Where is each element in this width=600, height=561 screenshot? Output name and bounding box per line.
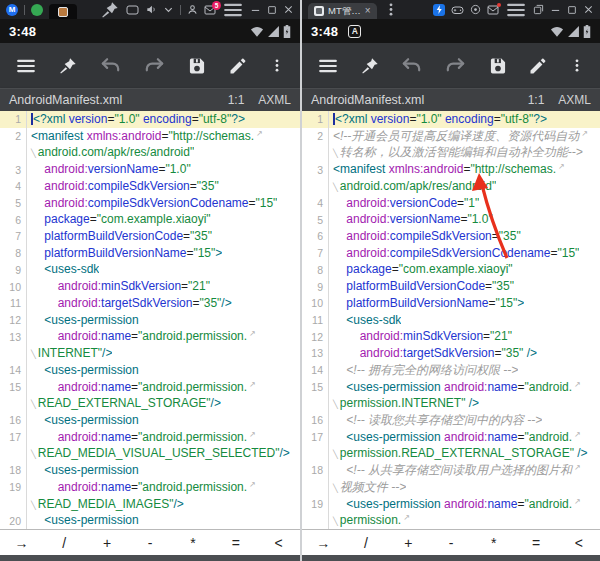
code-row[interactable]: 7 platformBuildVersionCode="35" <box>0 228 300 245</box>
code-row[interactable]: 4 android:versionCode="1" <box>302 195 600 212</box>
code-row[interactable]: 9 <uses-sdk <box>0 261 300 278</box>
code-row[interactable]: ╲转名称，以及激活智能编辑和自动补全功能--> <box>302 144 600 161</box>
symbol-key[interactable]: - <box>430 535 473 551</box>
code-row[interactable]: 18 <uses-permission <box>0 462 300 479</box>
code-row[interactable]: 15 android:name="android.permission.↗ <box>0 379 300 396</box>
minimize-icon[interactable] <box>250 4 261 15</box>
code-row[interactable]: ╲视频文件 --> <box>302 479 600 496</box>
code-row[interactable]: 17 <uses-permission android:name="androi… <box>302 429 600 446</box>
code-row[interactable]: 14 <uses-permission <box>0 362 300 379</box>
code-row[interactable]: 13 android:targetSdkVersion="35" /> <box>302 345 600 362</box>
kebab-icon[interactable] <box>383 0 399 19</box>
code-row[interactable]: 3 android:versionName="1.0" <box>0 161 300 178</box>
file-format-badge[interactable]: AXML <box>258 93 291 107</box>
code-editor[interactable]: 1<?xml version="1.0" encoding="utf-8"?>2… <box>302 111 600 529</box>
symbol-key[interactable]: < <box>257 535 300 551</box>
symbol-key[interactable]: / <box>345 535 388 551</box>
record-icon[interactable] <box>470 4 481 15</box>
tab-close-icon[interactable]: × <box>365 6 371 16</box>
menu-button[interactable] <box>317 55 339 77</box>
code-row[interactable]: 5 android:compileSdkVersionCodename="15" <box>0 195 300 212</box>
edit-button[interactable] <box>528 56 548 76</box>
code-row[interactable]: ╲permission.INTERNET" /> <box>302 395 600 412</box>
screenshot-icon[interactable] <box>126 5 139 15</box>
symbol-key[interactable]: = <box>515 535 558 551</box>
symbol-key[interactable]: * <box>171 535 214 551</box>
edit-button[interactable] <box>228 56 248 76</box>
green-app-logo[interactable] <box>31 4 43 16</box>
symbol-key[interactable]: → <box>302 535 345 551</box>
kebab-button[interactable] <box>269 56 285 75</box>
code-row[interactable]: ╲android.com/apk/res/android" <box>0 144 300 161</box>
code-row[interactable]: 12 <uses-permission <box>0 312 300 329</box>
code-row[interactable]: 20 <uses-permission <box>0 512 300 529</box>
code-row[interactable]: 13 android:name="android.permission.↗ <box>0 328 300 345</box>
code-row[interactable]: 8 package="com.example.xiaoyi" <box>302 261 600 278</box>
symbol-key[interactable]: = <box>214 535 257 551</box>
code-row[interactable]: 11 android:targetSdkVersion="35"/> <box>0 295 300 312</box>
code-row[interactable]: 19 android:name="android.permission.↗ <box>0 479 300 496</box>
symbol-key[interactable]: - <box>129 535 172 551</box>
kebab-button[interactable] <box>569 56 585 75</box>
close-icon[interactable] <box>283 4 294 15</box>
gamepad-icon[interactable] <box>451 5 464 15</box>
symbol-key[interactable]: * <box>472 535 515 551</box>
chevron-down-icon[interactable] <box>163 4 174 15</box>
code-row[interactable]: 16 <!-- 读取您共享存储空间中的内容 --> <box>302 412 600 429</box>
maximize-icon[interactable] <box>567 5 577 15</box>
code-row[interactable]: 12 android:minSdkVersion="21" <box>302 328 600 345</box>
minimize-icon[interactable] <box>550 4 561 15</box>
code-row[interactable]: ╲READ_MEDIA_IMAGES"/> <box>0 496 300 513</box>
code-row[interactable]: 8 platformBuildVersionName="15"> <box>0 245 300 262</box>
messenger-logo[interactable]: M <box>6 4 18 16</box>
popout-icon[interactable] <box>533 4 544 15</box>
code-row[interactable]: 14 <!-- 拥有完全的网络访问权限 --> <box>302 362 600 379</box>
maximize-icon[interactable] <box>267 5 277 15</box>
code-row[interactable]: 11 <uses-sdk <box>302 312 600 329</box>
mail-icon[interactable] <box>487 5 499 15</box>
code-row[interactable]: 1<?xml version="1.0" encoding="utf-8"?> <box>302 111 600 128</box>
code-row[interactable]: 5 android:versionName="1.0" <box>302 211 600 228</box>
code-row[interactable]: 10 platformBuildVersionName="15"> <box>302 295 600 312</box>
code-row[interactable]: 6 package="com.example.xiaoyi" <box>0 211 300 228</box>
close-icon[interactable] <box>583 4 594 15</box>
symbol-key[interactable]: / <box>43 535 86 551</box>
symbol-key[interactable]: < <box>557 535 600 551</box>
code-row[interactable]: 6 android:compileSdkVersion="35" <box>302 228 600 245</box>
code-row[interactable]: ╲android.com/apk/res/android" <box>302 178 600 195</box>
menu-button[interactable] <box>15 55 37 77</box>
code-row[interactable]: 1<?xml version="1.0" encoding="utf-8"?> <box>0 111 300 128</box>
lightning-badge-icon[interactable] <box>433 4 445 16</box>
file-format-badge[interactable]: AXML <box>558 93 591 107</box>
code-row[interactable]: 9 platformBuildVersionCode="35" <box>302 278 600 295</box>
browser-tab[interactable]: MT管…× <box>308 3 377 19</box>
user-icon[interactable] <box>187 4 198 15</box>
pin-button[interactable] <box>58 56 78 76</box>
code-row[interactable]: 4 android:compileSdkVersion="35" <box>0 178 300 195</box>
menu-icon[interactable] <box>222 0 244 21</box>
code-row[interactable]: 2<manifest xmlns:android="http://schemas… <box>0 128 300 145</box>
menu-icon[interactable] <box>505 0 527 21</box>
code-row[interactable]: 17 android:name="android.permission.↗ <box>0 429 300 446</box>
emulator-tab[interactable] <box>49 4 77 19</box>
save-button[interactable] <box>187 56 207 76</box>
code-row[interactable]: 3<manifest xmlns:android="http://schemas… <box>302 161 600 178</box>
code-row[interactable]: 19 <uses-permission android:name="androi… <box>302 496 600 513</box>
code-row[interactable]: 7 android:compileSdkVersionCodename="15" <box>302 245 600 262</box>
pin-button[interactable] <box>360 56 380 76</box>
mail-icon[interactable]: 5 <box>204 5 216 15</box>
save-button[interactable] <box>488 56 508 76</box>
symbol-key[interactable]: → <box>0 535 43 551</box>
speaker-icon[interactable] <box>145 4 157 15</box>
symbol-key[interactable]: + <box>387 535 430 551</box>
code-editor[interactable]: 1<?xml version="1.0" encoding="utf-8"?>2… <box>0 111 300 529</box>
code-row[interactable]: ╲READ_EXTERNAL_STORAGE"/> <box>0 395 300 412</box>
symbol-key[interactable]: + <box>86 535 129 551</box>
code-row[interactable]: ╲INTERNET"/> <box>0 345 300 362</box>
code-row[interactable]: 10 android:minSdkVersion="21" <box>0 278 300 295</box>
code-row[interactable]: ╲READ_MEDIA_VISUAL_USER_SELECTED"/> <box>0 445 300 462</box>
code-row[interactable]: 2<!--开通会员可提高反编译速度、资源代码自动↗ <box>302 128 600 145</box>
code-row[interactable]: 18 <!-- 从共享存储空间读取用户选择的图片和↗ <box>302 462 600 479</box>
code-row[interactable]: ╲permission.↗ <box>302 512 600 529</box>
code-row[interactable]: 16 <uses-permission <box>0 412 300 429</box>
